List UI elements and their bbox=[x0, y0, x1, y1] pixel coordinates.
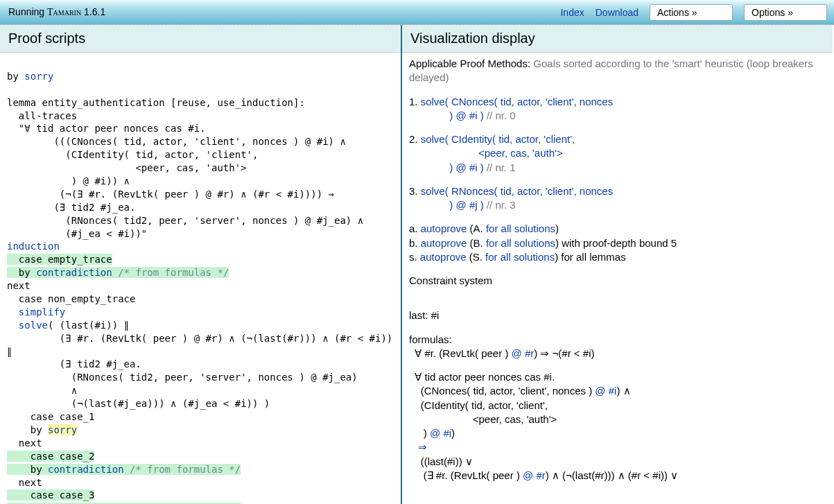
constraint-system-header: Constraint system bbox=[409, 274, 826, 288]
contradiction-link[interactable]: contradiction bbox=[48, 464, 124, 475]
formula-line: ) @ #i)) ∧ bbox=[7, 175, 130, 186]
sorry-link[interactable]: sorry bbox=[48, 424, 77, 435]
index-link[interactable]: Index bbox=[560, 7, 584, 18]
solve-line: solve( (last(#i)) ∥ bbox=[7, 320, 129, 331]
method-1[interactable]: 1. solve( CNonces( tid, actor, 'client',… bbox=[409, 95, 826, 123]
formula-line: <peer, cas, 'auth'> bbox=[7, 162, 247, 173]
solve-link[interactable]: solve bbox=[421, 96, 445, 107]
visualization-body: Applicable Proof Methods: Goals sorted a… bbox=[402, 53, 833, 504]
simplify-link[interactable]: simplify bbox=[19, 306, 65, 318]
lemma-entity-auth: lemma entity_authentication [reuse, use_… bbox=[7, 97, 305, 108]
formula-line: ∧ bbox=[7, 385, 77, 396]
formula-line: (RNonces( tid2, peer, 'server', nonces )… bbox=[7, 215, 363, 226]
autoprove-b[interactable]: b. autoprove (B. for all solutions) with… bbox=[409, 236, 826, 250]
autoprove-link[interactable]: autoprove bbox=[420, 251, 467, 263]
case-non-empty: case non_empty_trace bbox=[7, 293, 135, 304]
formula-line: <peer, cas, 'auth'> bbox=[409, 412, 826, 426]
visualization-panel: Visualization display Applicable Proof M… bbox=[402, 25, 833, 504]
formula-line: (((CNonces( tid, actor, 'client', nonces… bbox=[7, 136, 346, 147]
for-all-solutions-link[interactable]: for all solutions bbox=[486, 223, 555, 234]
autoprove-s[interactable]: s. autoprove (S. for all solutions) for … bbox=[409, 250, 826, 264]
method-3[interactable]: 3. solve( RNonces( tid, actor, 'client',… bbox=[409, 184, 826, 213]
formula-line: ∀ tid actor peer nonces cas #i. bbox=[409, 370, 826, 384]
autoprove-a[interactable]: a. autoprove (A. for all solutions) bbox=[409, 222, 826, 236]
formulas-label: formulas: bbox=[409, 333, 826, 347]
formula-line: (¬(last(#j_ea))) ∧ (#j_ea < #i)) ) bbox=[7, 398, 270, 409]
formula-line: (∃ #r. (RevLtk( peer ) @ #r) ∧ (¬(last(#… bbox=[7, 333, 392, 344]
contradiction-link[interactable]: contradiction bbox=[36, 267, 112, 278]
formula-line: (CNonces( tid, actor, 'client', nonces )… bbox=[409, 384, 826, 398]
formula-line: ∥ bbox=[7, 346, 12, 357]
case-1: case case_1 bbox=[7, 411, 94, 422]
last-line: last: #i bbox=[409, 309, 826, 322]
proof-scripts-body: by sorry lemma entity_authentication [re… bbox=[0, 53, 401, 504]
by-contradiction-1[interactable]: by contradiction /* from formulas */ bbox=[7, 267, 229, 278]
induction-link[interactable]: induction bbox=[7, 241, 60, 252]
case-empty-trace[interactable]: case empty_trace bbox=[7, 254, 112, 265]
visualization-header: Visualization display bbox=[402, 25, 833, 53]
tool-version: 1.6.1 bbox=[81, 6, 105, 17]
formula-line: (CIdentity( tid, actor, 'client', bbox=[409, 399, 826, 412]
autoprove-link[interactable]: autoprove bbox=[421, 237, 467, 249]
options-button[interactable]: Options » bbox=[744, 4, 827, 21]
apm-heading: Applicable Proof Methods: Goals sorted a… bbox=[409, 57, 826, 85]
solve-link[interactable]: solve bbox=[421, 185, 445, 197]
top-bar: Running Tamarin 1.6.1 Index Download Act… bbox=[0, 0, 834, 25]
by-line: by sorry bbox=[7, 71, 53, 82]
case-2[interactable]: case case_2 bbox=[7, 451, 94, 462]
running-label: Running Tamarin 1.6.1 bbox=[8, 6, 105, 18]
from-formulas-comment: /* from formulas */ bbox=[112, 267, 229, 278]
solve-link[interactable]: solve bbox=[421, 133, 445, 145]
formula-line: (#j_ea < #i))" bbox=[7, 228, 147, 239]
method-2[interactable]: 2. solve( CIdentity( tid, actor, 'client… bbox=[409, 132, 826, 175]
all-traces: all-traces bbox=[7, 110, 77, 121]
from-formulas-comment: /* from formulas */ bbox=[124, 464, 241, 475]
by-sorry-line: by sorry bbox=[7, 424, 77, 435]
formula-line: ((last(#i)) ∨ bbox=[409, 455, 826, 469]
running-prefix: Running bbox=[8, 6, 47, 17]
formula-line: ) @ #i) bbox=[409, 426, 826, 440]
proof-scripts-panel: Proof scripts by sorry lemma entity_auth… bbox=[0, 25, 402, 504]
for-all-solutions-link[interactable]: for all solutions bbox=[485, 251, 555, 263]
top-right-cluster: Index Download Actions » Options » bbox=[560, 0, 827, 25]
formula-line: (∃ #r. (RevLtk( peer ) @ #r) ∧ (¬(last(#… bbox=[409, 469, 826, 483]
tool-name: Tamarin bbox=[47, 7, 81, 17]
case-3[interactable]: case case_3 bbox=[7, 489, 94, 501]
formula-line: (RNonces( tid2, peer, 'server', nonces )… bbox=[7, 372, 358, 383]
implies-line: ⇒ bbox=[409, 440, 826, 454]
formula-line: (CIdentity( tid, actor, 'client', bbox=[7, 149, 258, 160]
by-contradiction-2[interactable]: by contradiction /* from formulas */ bbox=[7, 464, 241, 475]
autoprove-link[interactable]: autoprove bbox=[421, 223, 467, 234]
for-all-solutions-link[interactable]: for all solutions bbox=[486, 237, 555, 249]
next-kw: next bbox=[7, 437, 42, 449]
formula-line: ∀ #r. (RevLtk( peer ) @ #r) ⇒ ¬(#r < #i) bbox=[409, 347, 826, 360]
solve-link[interactable]: solve bbox=[19, 320, 48, 331]
next-kw: next bbox=[7, 477, 42, 488]
sorry-link[interactable]: sorry bbox=[24, 71, 53, 82]
quantifier: "∀ tid actor peer nonces cas #i. bbox=[7, 123, 206, 134]
formula-line: (¬(∃ #r. (RevLtk( peer ) @ #r) ∧ (#r < #… bbox=[7, 189, 334, 200]
formula-line: (∃ tid2 #j_ea. bbox=[7, 358, 141, 370]
proof-scripts-header: Proof scripts bbox=[0, 25, 401, 53]
download-link[interactable]: Download bbox=[596, 7, 638, 18]
formula-line: (∃ tid2 #j_ea. bbox=[7, 202, 135, 213]
next-kw: next bbox=[7, 280, 31, 291]
actions-button[interactable]: Actions » bbox=[650, 4, 733, 21]
workspace: Proof scripts by sorry lemma entity_auth… bbox=[0, 25, 834, 504]
